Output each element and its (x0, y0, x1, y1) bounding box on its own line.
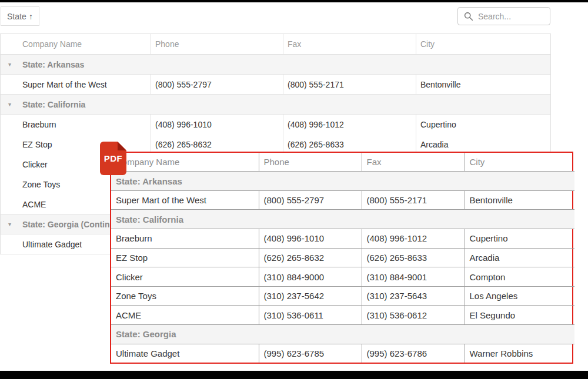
group-row-label: State: Arkansas (22, 60, 84, 69)
pdf-row-clicker: Clicker (310) 884-9000 (310) 884-9001 Co… (111, 267, 574, 287)
collapse-arrow-icon[interactable]: ▾ (8, 101, 22, 108)
pdf-export-preview: Company Name Phone Fax City State: Arkan… (110, 152, 573, 364)
grid-header-row: Company Name Phone Fax City (1, 34, 550, 55)
pdf-cell-company: Zone Toys (111, 286, 259, 306)
cell-fax: (408) 996-1012 (283, 115, 416, 135)
pdf-cell-phone: (626) 265-8632 (259, 248, 362, 267)
pdf-cell-company: Ultimate Gadget (111, 344, 259, 363)
cell-phone: (800) 555-2797 (151, 75, 283, 94)
cell-company: Braeburn (1, 115, 151, 135)
pdf-group-label: State: Georgia (111, 325, 574, 344)
cell-city: Bentonville (416, 75, 550, 94)
pdf-cell-city: Los Angeles (465, 286, 574, 306)
pdf-cell-phone: (800) 555-2797 (259, 190, 362, 210)
pdf-cell-fax: (310) 884-9001 (362, 267, 465, 287)
pdf-group-label: State: California (111, 210, 574, 229)
pdf-row-super-mart: Super Mart of the West (800) 555-2797 (8… (111, 190, 574, 210)
pdf-group-label: State: Arkansas (111, 172, 574, 191)
grid-row-super-mart[interactable]: Super Mart of the West (800) 555-2797 (8… (1, 75, 550, 95)
pdf-cell-fax: (310) 237-5643 (362, 286, 465, 306)
pdf-column-header-city: City (465, 153, 574, 172)
grid-row-braeburn[interactable]: Braeburn (408) 996-1010 (408) 996-1012 C… (1, 115, 550, 135)
collapse-arrow-icon[interactable]: ▾ (8, 221, 22, 227)
cell-city: Cupertino (416, 115, 550, 135)
page: State ↑ Company Name Phone Fax City ▾ St… (0, 0, 588, 379)
pdf-cell-fax: (800) 555-2171 (362, 190, 465, 210)
group-chip-label: State (7, 12, 26, 21)
pdf-cell-city: Cupertino (465, 229, 574, 249)
cell-phone: (408) 996-1010 (151, 115, 283, 135)
pdf-column-header-phone: Phone (259, 153, 362, 172)
top-letterbox-bar (0, 0, 588, 2)
group-row-label: State: Georgia (Continu (22, 220, 115, 229)
cell-fax: (800) 555-2171 (283, 75, 416, 94)
search-input[interactable] (457, 7, 550, 25)
pdf-cell-city: El Segundo (465, 306, 574, 325)
pdf-cell-company: Clicker (111, 267, 259, 287)
pdf-row-acme: ACME (310) 536-0611 (310) 536-0612 El Se… (111, 306, 574, 325)
pdf-cell-phone: (310) 536-0611 (259, 306, 362, 325)
sort-ascending-icon: ↑ (29, 12, 33, 21)
pdf-cell-city: Bentonville (465, 190, 574, 210)
pdf-cell-city: Compton (465, 267, 574, 287)
search-box (457, 7, 550, 25)
pdf-file-icon: PDF (100, 142, 126, 175)
pdf-row-braeburn: Braeburn (408) 996-1010 (408) 996-1012 C… (111, 229, 574, 249)
pdf-cell-fax: (310) 536-0612 (362, 306, 465, 325)
pdf-cell-company: EZ Stop (111, 248, 259, 267)
pdf-row-ez-stop: EZ Stop (626) 265-8632 (626) 265-8633 Ar… (111, 248, 574, 267)
pdf-column-header-company-name: Company Name (111, 153, 259, 172)
pdf-table: Company Name Phone Fax City State: Arkan… (111, 153, 574, 363)
pdf-cell-phone: (408) 996-1010 (259, 229, 362, 249)
column-header-company-name[interactable]: Company Name (1, 34, 151, 54)
column-header-fax[interactable]: Fax (283, 34, 416, 54)
pdf-header-row: Company Name Phone Fax City (111, 153, 574, 172)
group-row-arkansas[interactable]: ▾ State: Arkansas (1, 55, 550, 75)
pdf-cell-city: Warner Robbins (465, 344, 574, 363)
pdf-row-ultimate-gadget: Ultimate Gadget (995) 623-6785 (995) 623… (111, 344, 574, 363)
group-row-label: State: California (22, 100, 85, 109)
group-row-california[interactable]: ▾ State: California (1, 95, 550, 115)
cell-company: Super Mart of the West (1, 75, 151, 94)
column-header-phone[interactable]: Phone (151, 34, 283, 54)
group-panel-chip-state[interactable]: State ↑ (1, 6, 39, 26)
bottom-letterbox-bar (0, 371, 588, 379)
pdf-cell-phone: (995) 623-6785 (259, 344, 362, 363)
pdf-group-row-arkansas: State: Arkansas (111, 172, 574, 191)
pdf-group-row-california: State: California (111, 210, 574, 229)
pdf-cell-company: Braeburn (111, 229, 259, 249)
column-header-city[interactable]: City (416, 34, 550, 54)
pdf-column-header-fax: Fax (362, 153, 465, 172)
pdf-cell-fax: (995) 623-6786 (362, 344, 465, 363)
pdf-cell-city: Arcadia (465, 248, 574, 267)
pdf-cell-phone: (310) 237-5642 (259, 286, 362, 306)
pdf-cell-company: Super Mart of the West (111, 190, 259, 210)
pdf-cell-fax: (408) 996-1012 (362, 229, 465, 249)
pdf-icon-label: PDF (104, 153, 123, 163)
pdf-row-zone-toys: Zone Toys (310) 237-5642 (310) 237-5643 … (111, 286, 574, 306)
pdf-cell-company: ACME (111, 306, 259, 325)
pdf-group-row-georgia: State: Georgia (111, 325, 574, 344)
collapse-arrow-icon[interactable]: ▾ (8, 61, 22, 68)
pdf-cell-phone: (310) 884-9000 (259, 267, 362, 287)
pdf-cell-fax: (626) 265-8633 (362, 248, 465, 267)
